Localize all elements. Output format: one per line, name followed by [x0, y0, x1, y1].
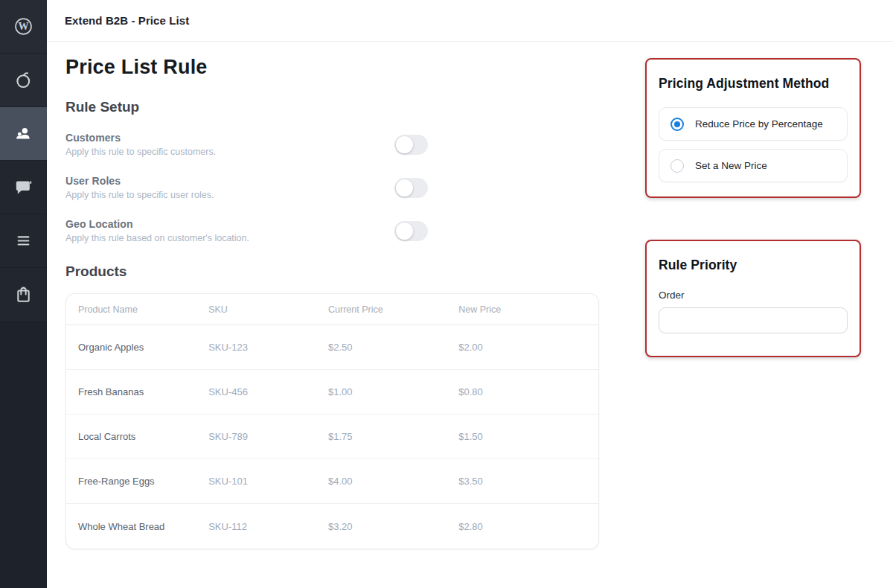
- option-reduce-price-by-percentage[interactable]: Reduce Price by Percentage: [659, 107, 848, 141]
- new-price-cell: $1.50: [446, 431, 598, 442]
- table-row: Organic Apples SKU-123 $2.50 $2.00: [66, 325, 598, 370]
- sidebar-item-dashboard[interactable]: [0, 54, 47, 107]
- new-price-cell: $2.80: [446, 521, 598, 532]
- page-title: Price List Rule: [65, 56, 612, 79]
- topbar: Extend B2B - Price List: [47, 0, 893, 42]
- new-price-cell: $0.80: [446, 386, 598, 397]
- toggle-knob: [396, 136, 413, 153]
- option-label: Reduce Price by Percentage: [695, 118, 823, 130]
- sidebar-item-wordpress[interactable]: W: [0, 0, 47, 54]
- topbar-title: Extend B2B - Price List: [65, 14, 189, 27]
- rule-row-user-roles: User Roles Apply this rule to specific u…: [65, 175, 428, 200]
- main-content: Price List Rule Rule Setup Customers App…: [47, 42, 612, 549]
- option-label: Set a New Price: [695, 160, 767, 171]
- sidebar-item-products[interactable]: [0, 268, 47, 322]
- sku-cell: SKU-789: [196, 431, 316, 442]
- table-row: Fresh Bananas SKU-456 $1.00 $0.80: [66, 370, 598, 415]
- products-heading: Products: [65, 263, 612, 280]
- rule-row-text: User Roles Apply this rule to specific u…: [65, 175, 214, 200]
- sku-cell: SKU-101: [196, 476, 316, 487]
- table-header-row: Product Name SKU Current Price New Price: [66, 294, 598, 325]
- rule-label: Customers: [65, 132, 216, 144]
- option-set-a-new-price[interactable]: Set a New Price: [659, 149, 848, 182]
- column-header-current-price: Current Price: [316, 304, 446, 315]
- user-roles-toggle[interactable]: [394, 178, 428, 198]
- radio-unselected-icon[interactable]: [670, 159, 684, 173]
- pricing-adjustment-panel: Pricing Adjustment Method Reduce Price b…: [645, 58, 861, 198]
- product-name-cell: Free-Range Eggs: [66, 476, 196, 487]
- order-input[interactable]: [659, 307, 848, 333]
- bag-icon: [13, 284, 33, 304]
- sidebar-item-comments[interactable]: [0, 161, 47, 214]
- rule-setup-rows: Customers Apply this rule to specific cu…: [65, 132, 428, 243]
- product-name-cell: Whole Wheat Bread: [66, 521, 196, 532]
- current-price-cell: $3.20: [316, 521, 446, 532]
- rule-row-text: Customers Apply this rule to specific cu…: [65, 132, 216, 157]
- rule-priority-panel: Rule Priority Order: [645, 240, 861, 357]
- users-icon: [13, 124, 33, 144]
- toggle-knob: [396, 179, 413, 196]
- rule-label: User Roles: [65, 175, 214, 187]
- rule-description: Apply this rule based on customer's loca…: [65, 233, 249, 243]
- pricing-adjustment-heading: Pricing Adjustment Method: [659, 76, 848, 92]
- current-price-cell: $2.50: [316, 342, 446, 353]
- wordpress-logo-icon: W: [13, 16, 33, 36]
- column-header-sku: SKU: [196, 304, 316, 315]
- radio-selected-icon[interactable]: [670, 118, 684, 131]
- current-price-cell: $4.00: [316, 476, 446, 487]
- new-price-cell: $3.50: [446, 476, 598, 487]
- rule-priority-heading: Rule Priority: [659, 258, 848, 273]
- column-header-product-name: Product Name: [66, 304, 196, 315]
- comments-icon: [13, 177, 33, 197]
- sku-cell: SKU-112: [196, 521, 316, 532]
- product-name-cell: Local Carrots: [66, 431, 196, 442]
- products-table: Product Name SKU Current Price New Price…: [65, 293, 599, 549]
- rule-label: Geo Location: [65, 218, 249, 230]
- geo-location-toggle[interactable]: [394, 221, 428, 241]
- rule-description: Apply this rule to specific customers.: [65, 147, 216, 157]
- toggle-knob: [396, 223, 413, 240]
- rule-row-text: Geo Location Apply this rule based on cu…: [65, 218, 249, 243]
- pricing-adjustment-options: Reduce Price by Percentage Set a New Pri…: [659, 107, 848, 182]
- current-price-cell: $1.75: [316, 431, 446, 442]
- rule-setup-heading: Rule Setup: [65, 99, 612, 115]
- sidebar-item-menu[interactable]: [0, 214, 47, 268]
- column-header-new-price: New Price: [446, 304, 598, 315]
- rule-row-geo-location: Geo Location Apply this rule based on cu…: [65, 218, 428, 243]
- apple-icon: [13, 70, 33, 90]
- svg-text:W: W: [18, 20, 28, 32]
- admin-sidebar: W: [0, 0, 47, 588]
- sku-cell: SKU-123: [196, 342, 316, 353]
- order-label: Order: [659, 290, 848, 301]
- menu-icon: [13, 231, 33, 251]
- current-price-cell: $1.00: [316, 386, 446, 397]
- rule-description: Apply this rule to specific user roles.: [65, 190, 214, 200]
- rule-row-customers: Customers Apply this rule to specific cu…: [65, 132, 428, 157]
- product-name-cell: Organic Apples: [66, 342, 196, 353]
- customers-toggle[interactable]: [394, 135, 428, 155]
- table-row: Free-Range Eggs SKU-101 $4.00 $3.50: [66, 459, 598, 504]
- new-price-cell: $2.00: [446, 342, 598, 353]
- sidebar-item-customers[interactable]: [0, 107, 47, 161]
- product-name-cell: Fresh Bananas: [66, 386, 196, 397]
- sku-cell: SKU-456: [196, 386, 316, 397]
- table-row: Whole Wheat Bread SKU-112 $3.20 $2.80: [66, 504, 598, 549]
- table-row: Local Carrots SKU-789 $1.75 $1.50: [66, 415, 598, 459]
